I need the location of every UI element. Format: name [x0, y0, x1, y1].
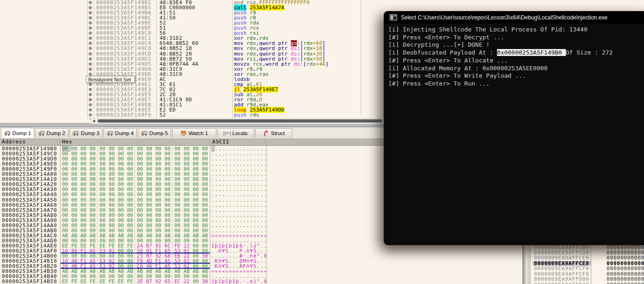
- stack-row[interactable]: 0000009EA9AFFD080000000000000000: [533, 282, 591, 284]
- dump-icon: [141, 130, 147, 136]
- tab-struct[interactable]: Struct: [255, 128, 292, 137]
- breakpoint-dot-icon[interactable]: [89, 108, 92, 111]
- disasm-row[interactable]: 00000253A5F149C46548:8B52 60mov rdx,qwor…: [0, 41, 384, 46]
- tab-locals[interactable]: [x=]Locals: [217, 128, 254, 137]
- tab-dump-3[interactable]: Dump 3: [69, 128, 103, 137]
- console-output[interactable]: [i] Injecting Shellcode The Local Proces…: [384, 24, 644, 245]
- disasm-horizontal-scrollbar[interactable]: ◀: [91, 118, 384, 123]
- dump-icon: [73, 130, 79, 136]
- breakpoint-dot-icon[interactable]: [89, 37, 92, 40]
- dump-address: 00000253A5F14A60: [2, 203, 57, 208]
- disasm-row[interactable]: 00000253A5F149DD48:31C0xor rax,rax: [0, 72, 384, 77]
- breakpoint-dot-icon[interactable]: [89, 1, 92, 4]
- disasm-row[interactable]: 00000253A5F149BF51push rcx: [0, 25, 384, 31]
- stack-row[interactable]: 0000009EA9AFFCE00000000000000000: [533, 255, 591, 261]
- header-separator[interactable]: [210, 139, 210, 145]
- hex-byte[interactable]: B7: [146, 278, 155, 284]
- hex-byte[interactable]: EC: [174, 278, 184, 284]
- hex-byte[interactable]: 92: [155, 278, 165, 284]
- breakpoint-dot-icon[interactable]: [89, 21, 92, 25]
- breakpoint-dot-icon[interactable]: [89, 31, 92, 35]
- stack-address: 0000009EA9AFFCF0: [533, 266, 591, 272]
- disasm-row[interactable]: 00000253A5F149B5E8 C0000000call 253A5F14…: [0, 5, 384, 10]
- disasm-row[interactable]: 00000253A5F149CD48:8B52 20mov rdx,qword …: [0, 51, 384, 56]
- breakpoint-dot-icon[interactable]: [89, 26, 92, 30]
- disasm-row[interactable]: 00000253A5F149BC41:50push r8: [0, 15, 384, 20]
- disasm-row[interactable]: 00000253A5F149F052push rdx: [0, 112, 384, 117]
- breakpoint-dot-icon[interactable]: [89, 11, 92, 14]
- disasm-row[interactable]: 00000253A5F149E37C 02jl 253A5F149E7: [0, 87, 384, 92]
- disasm-row[interactable]: 00000253A5F149C056push rsi: [0, 31, 384, 36]
- scrollbar-thumb[interactable]: [98, 119, 382, 123]
- breakpoint-dot-icon[interactable]: [89, 62, 92, 66]
- hex-byte[interactable]: FE: [90, 278, 96, 284]
- breakpoint-dot-icon[interactable]: [89, 42, 92, 45]
- console-window[interactable]: Select C:\Users\User\source\repos\Lesson…: [384, 11, 644, 245]
- disasm-row[interactable]: 00000253A5F149C948:8B52 18mov rdx,qword …: [0, 46, 384, 51]
- hex-byte[interactable]: FE: [109, 278, 118, 284]
- disasm-row[interactable]: 00000253A5F149DA4D:31C9xor r9,r9: [0, 67, 384, 72]
- hex-byte[interactable]: EE: [99, 278, 109, 284]
- breakpoint-dot-icon[interactable]: [89, 6, 92, 9]
- hex-byte[interactable]: FE: [71, 278, 80, 284]
- breakpoint-dot-icon[interactable]: [89, 68, 92, 71]
- breakpoint-dot-icon[interactable]: [89, 47, 92, 50]
- console-line: [i] Allocated Memory At : 0x00000253A5EE…: [388, 65, 644, 73]
- disasm-row[interactable]: 00000253A5F149BE52push rdx: [0, 20, 384, 25]
- tab-label: Dump 2: [47, 130, 65, 136]
- instruction-address: 00000253A5F149C9: [96, 46, 152, 51]
- console-titlebar[interactable]: Select C:\Users\User\source\repos\Lesson…: [384, 11, 644, 24]
- hex-byte[interactable]: 00: [193, 278, 202, 284]
- tab-dump-5[interactable]: Dump 5: [138, 128, 171, 137]
- tab-label: Watch 1: [189, 130, 208, 136]
- disasm-row[interactable]: 00000253A5F149D548:0FB74A 4Amovzx rcx,wo…: [0, 62, 384, 67]
- disasm-row[interactable]: 00000253A5F149E0AClodsb: [0, 77, 384, 82]
- hex-byte[interactable]: 22: [184, 278, 193, 284]
- hex-byte[interactable]: EE: [80, 278, 90, 284]
- stack-row[interactable]: 0000009EA9AFFD000000000000000000: [533, 277, 591, 282]
- stack-row[interactable]: 0000009EA9AFFCD00000000000000000: [533, 245, 591, 250]
- breakpoint-dot-icon[interactable]: [89, 57, 92, 61]
- tab-dump-4[interactable]: Dump 4: [104, 128, 137, 137]
- tab-watch-1[interactable]: Watch 1: [172, 128, 216, 137]
- stack-row[interactable]: 0000009EA9AFFCF00000000000000000: [533, 266, 591, 272]
- scroll-left-arrow-icon[interactable]: ◀: [91, 118, 97, 123]
- breakpoint-dot-icon[interactable]: [89, 113, 92, 117]
- dump-row[interactable]: 00000253A5F14B50EE FE EE FEEE FE EE FE2E…: [0, 279, 287, 284]
- stack-address: 0000009EA9AFFD08: [533, 282, 591, 284]
- hex-byte-group: EE FE EE FE: [98, 279, 135, 284]
- disasm-row[interactable]: 00000253A5F149E52C 20sub al,20: [0, 92, 384, 97]
- hex-byte[interactable]: 65: [165, 278, 171, 284]
- hex-byte[interactable]: 38: [202, 278, 208, 284]
- stack-scrollbar[interactable]: [522, 241, 531, 284]
- hex-byte[interactable]: FE: [127, 278, 133, 284]
- breakpoint-dot-icon[interactable]: [89, 98, 92, 101]
- breakpoint-dot-icon[interactable]: [89, 73, 92, 76]
- header-separator[interactable]: [60, 139, 61, 145]
- hex-byte-group: EE FE EE FE: [60, 279, 98, 284]
- breakpoint-dot-icon[interactable]: [89, 103, 92, 106]
- disasm-row[interactable]: 00000253A5F149E13C 61cmp al,61: [0, 82, 384, 87]
- dump-col-line: [60, 146, 61, 284]
- header-separator[interactable]: [266, 139, 267, 145]
- disasm-row[interactable]: 00000253A5F149EEE2 EDloop 253A5F149DD: [0, 107, 384, 112]
- hex-byte[interactable]: EE: [118, 278, 127, 284]
- dump-memory-grid[interactable]: 00000253A5F149B000 00 00 0000 00 00 0000…: [0, 146, 384, 284]
- stack-pane[interactable]: 0000009EA9AFFCD000000000000000000000009E…: [519, 241, 644, 284]
- disasm-row[interactable]: 00000253A5F149E741:C1C9 0Dror r9d,D: [0, 97, 384, 102]
- breakpoint-dot-icon[interactable]: [89, 88, 92, 91]
- breakpoint-dot-icon[interactable]: [89, 93, 92, 96]
- breakpoint-dot-icon[interactable]: [89, 83, 92, 86]
- instruction-address: 00000253A5F149CD: [96, 51, 152, 56]
- hex-byte[interactable]: EE: [62, 278, 71, 284]
- disasm-row[interactable]: 00000253A5F149EB41:01C1add r9d,eax: [0, 102, 384, 107]
- breakpoint-dot-icon[interactable]: [89, 52, 92, 56]
- tab-dump-2[interactable]: Dump 2: [35, 128, 68, 137]
- stack-value: 0000000000000000: [607, 245, 644, 250]
- disasm-row[interactable]: 00000253A5F149BA41:51push r9: [0, 10, 384, 15]
- tab-label: Locals: [232, 130, 247, 136]
- hex-byte[interactable]: 2E: [137, 278, 146, 284]
- stack-value: 0000000000000000: [607, 277, 644, 282]
- breakpoint-dot-icon[interactable]: [89, 16, 92, 19]
- tab-dump-1[interactable]: Dump 1: [1, 128, 34, 138]
